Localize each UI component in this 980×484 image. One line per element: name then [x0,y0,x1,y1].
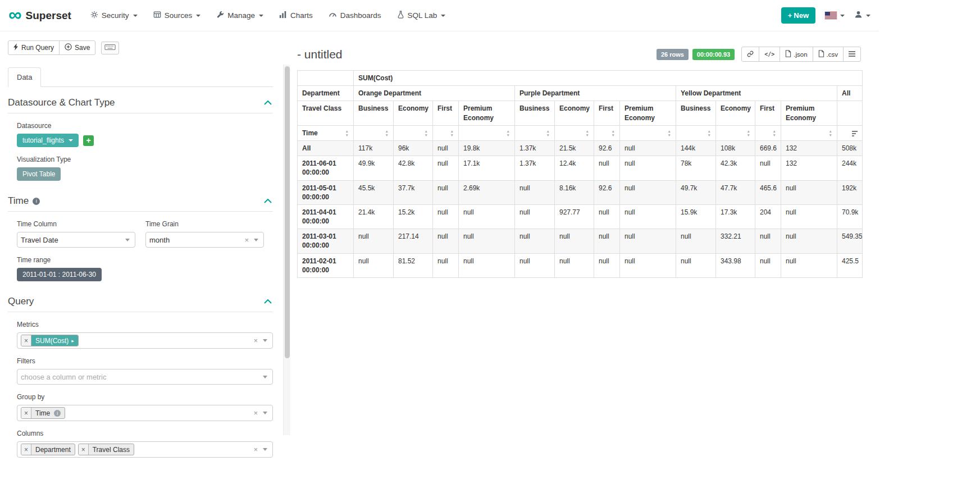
sort-icon[interactable]: ▲▼ [450,130,454,138]
viz-type-select[interactable]: Pivot Table [17,167,61,181]
chart-title[interactable]: - untitled [297,48,343,61]
sort-icon[interactable]: ▲▼ [425,130,428,138]
pivot-cell: 192k [837,180,863,204]
pivot-cell: 81.52 [394,253,433,277]
brand[interactable]: ∞ Superset [8,9,71,22]
pivot-sort-cell: ▲▼ [354,125,394,140]
pivot-row: 2011-04-01 00:00:0021.4k15.2knullnullnul… [298,204,863,229]
clear-icon[interactable]: × [253,409,258,417]
pivot-cell: null [620,180,676,204]
pivot-cell: null [433,156,459,180]
sort-icon[interactable]: ▲▼ [507,130,510,138]
pivot-cell: 1.37k [515,140,555,156]
pivot-subcol-header: First [433,101,459,125]
pivot-cell: 332.21 [716,229,755,253]
clear-icon[interactable]: × [253,446,258,453]
short-link-button[interactable] [741,47,759,62]
nav-item-dashboards[interactable]: Dashboards [329,11,381,20]
pivot-subcol-header: First [594,101,620,125]
remove-token-icon[interactable]: × [21,335,31,346]
nav-item-charts[interactable]: Charts [279,11,313,20]
pivot-cell: 217.14 [394,229,433,253]
sort-icon[interactable]: ▲▼ [546,130,550,138]
pivot-cell: 2.69k [459,180,515,204]
pivot-cell: 927.77 [555,204,594,229]
new-button[interactable]: +New [781,7,815,24]
pivot-row-header: All [298,140,354,156]
user-icon [854,10,863,21]
column-token[interactable]: × Department [21,444,75,455]
metric-token[interactable]: × SUM(Cost)▸ [21,335,79,346]
pivot-cell: null [755,253,781,277]
clear-icon[interactable]: × [244,236,249,244]
nav-item-security[interactable]: Security [90,11,138,20]
save-button[interactable]: Save [59,40,95,55]
view-query-button[interactable]: </> [759,47,780,62]
keyboard-shortcuts-button[interactable] [101,42,119,54]
pivot-subcol-header: Premium Economy [620,101,676,125]
add-datasource-button[interactable]: + [83,135,94,146]
time-range-select[interactable]: 2011-01-01 : 2011-06-30 [17,268,102,281]
nav-item-sources[interactable]: Sources [153,11,201,20]
groupby-select[interactable]: × Timei × [17,405,273,421]
export-json-label: .json [794,51,807,58]
chevron-up-icon[interactable] [264,199,272,203]
sort-icon[interactable]: ▲▼ [747,130,750,138]
filters-select[interactable]: choose a column or metric [17,369,273,385]
sort-icon[interactable]: ▲▼ [829,130,832,138]
sort-icon[interactable]: ▲▼ [612,130,615,138]
pivot-cell: null [676,229,716,253]
sort-icon[interactable]: ▲▼ [773,130,776,138]
sort-amount-icon[interactable] [852,131,858,136]
nav-item-manage[interactable]: Manage [216,11,263,20]
columns-select[interactable]: × Department × Travel Class × [17,441,273,458]
tab-data[interactable]: Data [8,67,41,87]
caret-down-icon [441,15,445,17]
sort-icon[interactable]: ▲▼ [385,130,389,138]
run-query-button[interactable]: Run Query [8,40,60,55]
scrollbar-thumb[interactable] [285,66,290,358]
pivot-cell: null [515,229,555,253]
filters-label: Filters [17,357,273,365]
user-menu[interactable] [854,10,870,21]
panel-scrollbar[interactable] [283,65,290,435]
superset-logo-icon: ∞ [8,8,22,21]
caret-down-icon [259,15,263,17]
flask-icon [397,11,404,20]
sort-icon[interactable]: ▲▼ [708,130,711,138]
time-column-value: Travel Date [21,236,58,244]
pivot-cell: 244k [837,156,863,180]
time-grain-select[interactable]: month × [145,232,264,248]
language-selector[interactable] [825,12,845,19]
chevron-up-icon[interactable] [264,101,272,105]
remove-token-icon[interactable]: × [21,408,31,418]
time-column-select[interactable]: Travel Date [17,232,135,248]
nav-item-sql-lab[interactable]: SQL Lab [397,11,446,20]
info-icon[interactable]: i [33,198,40,205]
metrics-select[interactable]: × SUM(Cost)▸ × [17,332,273,349]
chart-panel: - untitled 26 rows 00:00:00.93 </> .j [290,31,870,484]
chevron-up-icon[interactable] [264,299,272,304]
more-options-button[interactable] [843,47,861,62]
export-csv-button[interactable]: .csv [813,47,844,62]
sort-icon[interactable]: ▲▼ [586,130,589,138]
nav-item-label: Dashboards [340,11,381,20]
sort-icon[interactable]: ▲▼ [668,130,671,138]
pivot-cell: 70.9k [837,204,863,229]
pivot-cell: null [781,204,837,229]
pivot-cell: null [620,253,676,277]
sort-icon[interactable]: ▲▼ [345,130,349,138]
link-icon [747,51,754,58]
remove-token-icon[interactable]: × [79,444,89,455]
time-grain-value: month [149,236,170,244]
pivot-sort-cell: ▲▼ [394,125,433,140]
pivot-cell: null [433,253,459,277]
file-icon [818,50,824,58]
pivot-col-dimension: Department [298,86,354,101]
remove-token-icon[interactable]: × [21,444,31,455]
column-token[interactable]: × Travel Class [78,444,134,455]
groupby-token[interactable]: × Timei [21,407,65,419]
clear-icon[interactable]: × [253,337,258,344]
datasource-select[interactable]: tutorial_flights [17,134,79,147]
export-json-button[interactable]: .json [780,47,813,62]
